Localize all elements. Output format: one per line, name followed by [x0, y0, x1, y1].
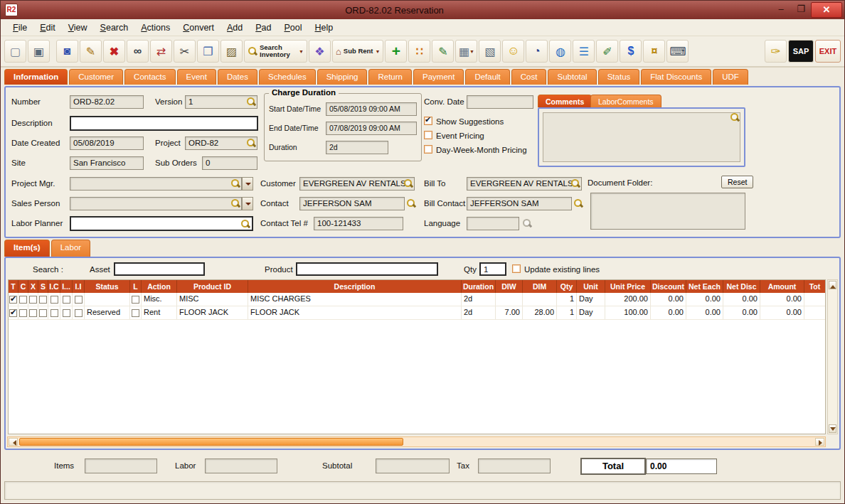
horizontal-scrollbar[interactable]: [7, 436, 826, 447]
table-row[interactable]: Misc. MISC MISC CHARGES 2d 1 Day 200.00 …: [9, 293, 825, 306]
row-ic-checkbox[interactable]: [51, 296, 58, 304]
toolbar-new-document[interactable]: ▢: [4, 40, 26, 63]
start-datetime-field[interactable]: 05/08/2019 09:00 AM: [326, 102, 417, 116]
toolbar-sap-button[interactable]: SAP: [788, 40, 814, 63]
contact-field[interactable]: JEFFERSON SAM: [299, 197, 405, 210]
end-datetime-field[interactable]: 07/08/2019 09:00 AM: [326, 122, 417, 135]
labor-planner-search-icon[interactable]: [240, 219, 250, 229]
col-unit[interactable]: Unit: [577, 280, 605, 293]
language-field[interactable]: [467, 217, 519, 230]
menu-file[interactable]: File: [6, 21, 33, 34]
tab-flat-discounts[interactable]: Flat Discounts: [641, 69, 711, 85]
col-i2[interactable]: I...: [60, 280, 73, 293]
tab-payment[interactable]: Payment: [413, 69, 464, 85]
scrollbar-thumb[interactable]: [19, 438, 403, 446]
tab-contacts[interactable]: Contacts: [124, 69, 175, 85]
toolbar-delete[interactable]: ✖: [103, 40, 125, 63]
dwm-pricing-checkbox[interactable]: [424, 145, 432, 154]
toolbar-sub-rent[interactable]: ⌂ Sub Rent ▼: [332, 40, 384, 63]
col-duration[interactable]: Duration: [462, 280, 496, 293]
row-t-checkbox[interactable]: [9, 309, 17, 317]
update-existing-lines-checkbox[interactable]: [512, 264, 521, 273]
toolbar-clock[interactable]: ◔: [526, 40, 548, 63]
menu-actions[interactable]: Actions: [134, 21, 176, 34]
number-field[interactable]: ORD-82.02: [70, 95, 144, 109]
menu-help[interactable]: Help: [309, 21, 340, 34]
toolbar-dollar-exchange[interactable]: $: [620, 40, 642, 63]
row-s-checkbox[interactable]: [39, 296, 47, 304]
event-pricing-checkbox[interactable]: [424, 131, 432, 139]
tab-schedules[interactable]: Schedules: [259, 69, 316, 85]
col-c[interactable]: C: [18, 280, 28, 293]
tab-items[interactable]: Item(s): [4, 240, 50, 257]
project-mgr-field[interactable]: [70, 177, 242, 191]
project-mgr-dropdown[interactable]: [242, 177, 253, 191]
menu-search[interactable]: Search: [94, 21, 135, 34]
row-ii-checkbox[interactable]: [75, 296, 83, 304]
col-net-disc[interactable]: Net Disc: [723, 280, 760, 293]
description-field[interactable]: [70, 116, 258, 131]
table-row[interactable]: Reserved Rent FLOOR JACK FLOOR JACK 2d 7…: [9, 306, 825, 320]
product-input[interactable]: [296, 262, 438, 276]
customer-field[interactable]: EVERGREEN AV RENTALS: [299, 177, 415, 191]
row-t-checkbox[interactable]: [9, 296, 17, 304]
comments-search-icon[interactable]: [730, 112, 740, 122]
bill-contact-search-icon[interactable]: [573, 198, 583, 208]
row-s-checkbox[interactable]: [39, 309, 47, 317]
toolbar-save[interactable]: ◙: [56, 40, 78, 63]
toolbar-search-inventory[interactable]: Search Inventory ▼: [244, 40, 307, 63]
sales-person-field[interactable]: [70, 197, 242, 210]
contact-search-icon[interactable]: [406, 198, 416, 208]
date-created-field[interactable]: 05/08/2019: [70, 136, 144, 150]
col-action[interactable]: Action: [142, 280, 177, 293]
col-amount[interactable]: Amount: [760, 280, 804, 293]
toolbar-cut[interactable]: ✂: [174, 40, 196, 63]
asset-input[interactable]: [114, 262, 205, 276]
version-search-icon[interactable]: [246, 97, 256, 107]
col-description[interactable]: Description: [248, 280, 462, 293]
toolbar-find[interactable]: ∞: [127, 40, 149, 63]
toolbar-transfer[interactable]: ⇄: [150, 40, 172, 63]
project-mgr-search-icon[interactable]: [230, 178, 240, 188]
tab-subtotal[interactable]: Subtotal: [548, 69, 596, 85]
site-field[interactable]: San Francisco: [70, 156, 144, 170]
row-c-checkbox[interactable]: [19, 296, 27, 304]
tab-labor[interactable]: Labor: [51, 240, 90, 257]
project-search-icon[interactable]: [246, 138, 256, 148]
col-diw[interactable]: DIW: [496, 280, 523, 293]
col-l[interactable]: L: [130, 280, 142, 293]
col-tot[interactable]: Tot: [804, 280, 825, 293]
toolbar-shapes[interactable]: ❖: [309, 40, 331, 63]
bill-contact-field[interactable]: JEFFERSON SAM: [467, 197, 572, 210]
toolbar-options[interactable]: ∷: [408, 40, 430, 63]
col-net-each[interactable]: Net Each: [686, 280, 723, 293]
col-status[interactable]: Status: [85, 280, 130, 293]
comments-text-area[interactable]: [543, 112, 740, 162]
row-l-checkbox[interactable]: [132, 296, 139, 304]
toolbar-database[interactable]: ☰: [573, 40, 595, 63]
row-ii-checkbox[interactable]: [75, 309, 83, 317]
menu-pad[interactable]: Pad: [249, 21, 277, 34]
language-search-icon[interactable]: [522, 218, 532, 228]
col-qty[interactable]: Qty: [557, 280, 577, 293]
toolbar-paste[interactable]: ▨: [220, 40, 243, 63]
scroll-up-button[interactable]: [829, 281, 836, 289]
toolbar-building[interactable]: ▦▼: [455, 40, 477, 63]
tab-return[interactable]: Return: [368, 69, 412, 85]
tab-information[interactable]: Information: [4, 69, 68, 85]
conv-date-field[interactable]: [467, 95, 533, 109]
toolbar-paintbrush[interactable]: ✑: [765, 40, 787, 63]
maximize-button[interactable]: ❐: [791, 3, 811, 17]
close-button[interactable]: ✕: [811, 2, 842, 18]
toolbar-print[interactable]: ▣: [28, 40, 50, 63]
menu-pool[interactable]: Pool: [278, 21, 309, 34]
col-discount[interactable]: Discount: [651, 280, 686, 293]
menu-edit[interactable]: Edit: [33, 21, 62, 34]
row-x-checkbox[interactable]: [29, 309, 37, 317]
tab-status[interactable]: Status: [598, 69, 640, 85]
tab-dates[interactable]: Dates: [218, 69, 257, 85]
show-suggestions-checkbox[interactable]: [424, 117, 432, 125]
col-product-id[interactable]: Product ID: [177, 280, 248, 293]
col-unit-price[interactable]: Unit Price: [605, 280, 651, 293]
toolbar-add[interactable]: +: [385, 40, 407, 63]
